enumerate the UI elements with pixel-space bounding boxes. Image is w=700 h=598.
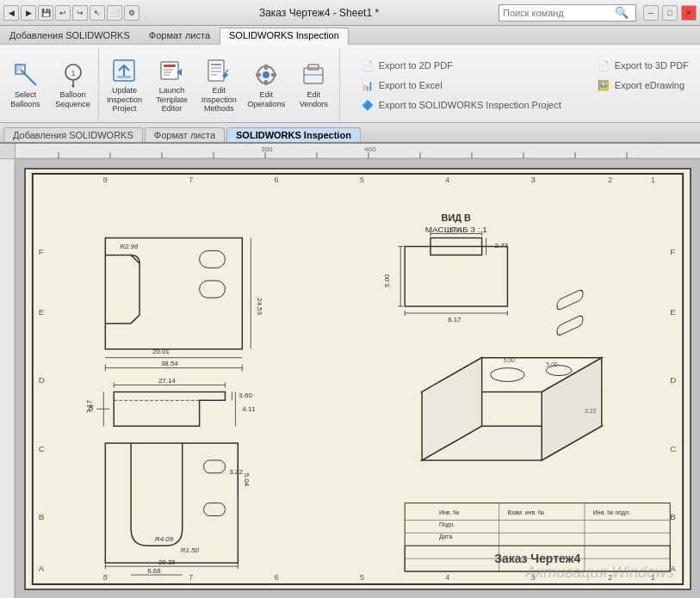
settings-btn[interactable]: ⚙ xyxy=(124,5,139,21)
svg-text:27.14: 27.14 xyxy=(158,377,176,385)
export-2dpdf-icon: 📄 xyxy=(362,60,374,71)
svg-text:3.60: 3.60 xyxy=(238,391,252,399)
edit-vendors-label: EditVendors xyxy=(300,90,328,109)
svg-text:Взам. инв. №: Взам. инв. № xyxy=(507,509,544,515)
tab-addins-sheet[interactable]: Добавления SOLIDWORKS xyxy=(3,127,143,142)
edit-operations-label: EditOperations xyxy=(247,90,285,109)
export-col-right: 📄 Export to 3D PDF 🖼️ Export eDrawing xyxy=(590,58,697,114)
svg-rect-136 xyxy=(557,314,583,336)
svg-text:6.68: 6.68 xyxy=(147,567,161,575)
ribbon-tab-bar: Добавления SOLIDWORKS Формат листа SOLID… xyxy=(0,26,700,45)
watermark: Активация Windows xyxy=(525,564,674,582)
btn-export-2dpdf[interactable]: 📄 Export to 2D PDF xyxy=(354,58,569,74)
cursor-btn[interactable]: ↖ xyxy=(90,5,105,21)
svg-text:5.00: 5.00 xyxy=(503,357,515,363)
btn-edit-methods[interactable]: EditInspectionMethods xyxy=(197,54,241,116)
window-controls[interactable]: ◀ ▶ 💾 ↩ ↪ ↖ ⬜ ⚙ xyxy=(3,5,139,21)
btn-select-balloons[interactable]: SelectBalloons xyxy=(3,54,47,116)
svg-text:A: A xyxy=(39,564,45,573)
svg-rect-16 xyxy=(208,60,224,81)
svg-text:5.00: 5.00 xyxy=(546,361,558,367)
export-2dpdf-label: Export to 2D PDF xyxy=(379,60,453,71)
svg-rect-120 xyxy=(204,460,226,473)
svg-text:20.38: 20.38 xyxy=(158,558,176,566)
svg-rect-24 xyxy=(264,65,268,70)
export-excel-icon: 📊 xyxy=(362,80,374,91)
horizontal-ruler: 300 400 xyxy=(0,144,700,159)
search-input[interactable] xyxy=(503,8,615,18)
btn-update-inspection[interactable]: UpdateInspectionProject xyxy=(102,54,146,116)
btn-export-excel[interactable]: 📊 Export to Excel xyxy=(354,77,569,94)
maximize-btn[interactable]: □ xyxy=(662,5,678,21)
svg-rect-9 xyxy=(117,76,131,78)
btn-balloon-sequence[interactable]: 1 BalloonSequence xyxy=(51,54,95,116)
btn-launch-template[interactable]: LaunchTemplateEditor xyxy=(150,54,194,116)
svg-text:6: 6 xyxy=(275,573,279,582)
export-swi-icon: 🔷 xyxy=(362,100,374,111)
select-balloons-icon xyxy=(12,61,40,89)
balloon-sequence-icon: 1 xyxy=(59,61,87,89)
svg-text:38.54: 38.54 xyxy=(161,360,178,367)
box-select-btn[interactable]: ⬜ xyxy=(107,5,122,21)
vertical-ruler xyxy=(0,159,15,598)
svg-text:4: 4 xyxy=(445,176,449,184)
svg-text:B: B xyxy=(39,512,45,521)
close-btn[interactable]: ✕ xyxy=(681,5,697,21)
select-balloons-label: SelectBalloons xyxy=(10,90,40,109)
svg-text:5: 5 xyxy=(360,573,364,582)
window-title: Заказ Чертеж4 - Sheet1 * xyxy=(143,7,495,19)
update-inspection-label: UpdateInspectionProject xyxy=(107,86,142,114)
tab-addins[interactable]: Добавления SOLIDWORKS xyxy=(0,28,139,44)
back-btn[interactable]: ◀ xyxy=(3,5,19,21)
svg-text:C: C xyxy=(670,444,676,453)
save-btn[interactable]: 💾 xyxy=(38,5,53,21)
svg-text:E: E xyxy=(670,307,676,317)
btn-export-swi[interactable]: 🔷 Export to SOLIDWORKS Inspection Projec… xyxy=(354,97,569,114)
btn-edit-operations[interactable]: EditOperations xyxy=(245,54,288,116)
svg-text:3.22: 3.22 xyxy=(585,408,597,414)
search-box[interactable]: 🔍 xyxy=(499,4,636,22)
export-swi-label: Export to SOLIDWORKS Inspection Project xyxy=(379,100,561,110)
launch-template-label: LaunchTemplateEditor xyxy=(156,86,188,114)
launch-template-icon xyxy=(158,57,185,84)
svg-point-6 xyxy=(71,85,74,88)
svg-text:Инв. №: Инв. № xyxy=(439,509,460,515)
btn-export-3dpdf[interactable]: 📄 Export to 3D PDF xyxy=(590,58,697,74)
export-edrawing-icon: 🖼️ xyxy=(598,80,610,91)
svg-rect-121 xyxy=(204,503,226,516)
svg-text:7: 7 xyxy=(189,176,193,184)
edit-operations-icon xyxy=(252,61,280,89)
forward-btn[interactable]: ▶ xyxy=(21,5,36,21)
svg-text:Дата: Дата xyxy=(439,533,453,540)
title-bar: ◀ ▶ 💾 ↩ ↪ ↖ ⬜ ⚙ Заказ Чертеж4 - Sheet1 *… xyxy=(0,0,700,26)
tab-inspection-sheet[interactable]: SOLIDWORKS Inspection xyxy=(226,127,361,142)
undo-btn[interactable]: ↩ xyxy=(55,5,71,21)
ribbon-group-project: UpdateInspectionProject LaunchTemp xyxy=(102,48,340,122)
svg-text:8: 8 xyxy=(103,176,108,184)
edit-methods-label: EditInspectionMethods xyxy=(201,86,237,114)
search-icon: 🔍 xyxy=(615,6,629,19)
svg-text:B: B xyxy=(670,512,676,521)
drawing-canvas[interactable]: F E D C B A F E D C B A 8 7 6 5 4 3 xyxy=(15,159,700,598)
minimize-btn[interactable]: ─ xyxy=(643,5,659,21)
svg-rect-27 xyxy=(271,73,276,77)
export-col-left: 📄 Export to 2D PDF 📊 Export to Excel 🔷 E… xyxy=(354,58,569,114)
svg-line-1 xyxy=(21,70,36,85)
update-inspection-icon xyxy=(110,57,138,84)
btn-export-edrawing[interactable]: 🖼️ Export eDrawing xyxy=(590,77,697,94)
svg-text:R2.96: R2.96 xyxy=(120,243,139,250)
main-area: F E D C B A F E D C B A 8 7 6 5 4 3 xyxy=(0,159,700,598)
tab-format-sheet[interactable]: Формат листа xyxy=(145,127,225,142)
svg-text:5: 5 xyxy=(360,176,364,184)
tab-inspection[interactable]: SOLIDWORKS Inspection xyxy=(220,28,349,45)
svg-text:3: 3 xyxy=(531,176,536,184)
btn-edit-vendors[interactable]: EditVendors xyxy=(292,54,336,116)
redo-btn[interactable]: ↪ xyxy=(72,5,88,21)
svg-text:R1.50: R1.50 xyxy=(181,546,200,554)
svg-text:20.01: 20.01 xyxy=(152,348,170,355)
tab-sheet[interactable]: Формат листа xyxy=(139,28,220,44)
svg-text:24.53: 24.53 xyxy=(256,298,263,315)
svg-text:5.91: 5.91 xyxy=(449,226,463,234)
svg-text:ВИД В: ВИД В xyxy=(442,213,472,223)
svg-text:D: D xyxy=(39,375,45,385)
